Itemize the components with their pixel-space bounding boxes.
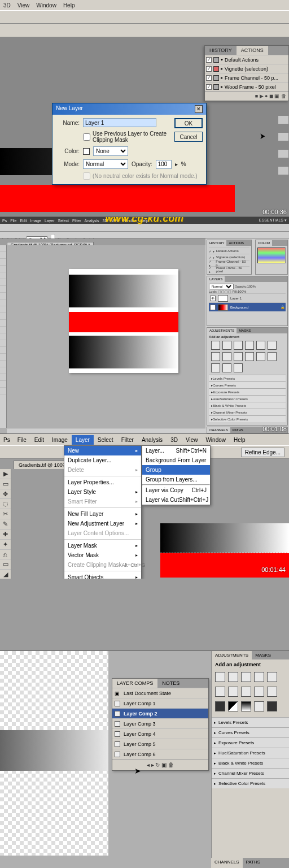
mode-select[interactable]: Normal	[83, 159, 128, 169]
mi[interactable]: Window	[202, 435, 230, 445]
mi[interactable]: Analysis	[138, 435, 167, 445]
menu-3d[interactable]: 3D	[0, 1, 14, 10]
clip-mask-checkbox[interactable]	[83, 133, 90, 141]
menu-item[interactable]: Duplicate Layer...	[64, 455, 141, 465]
menu-view[interactable]: View	[14, 1, 33, 10]
tab-notes[interactable]: NOTES	[157, 679, 184, 688]
mi[interactable]: Edit	[20, 219, 27, 223]
mi[interactable]: Help	[230, 435, 249, 445]
mi[interactable]: Image	[48, 435, 72, 445]
layer-name-input[interactable]	[83, 118, 156, 127]
adj-icons-row1[interactable]	[212, 670, 289, 684]
menu-item[interactable]: New▸	[64, 446, 141, 455]
mi-layer[interactable]: Layer	[72, 435, 94, 445]
close-icon[interactable]: ✕	[195, 105, 203, 113]
layer-comp-row[interactable]: Layer Comp 4	[112, 728, 208, 739]
act-item[interactable]: ✓ ▸ Wood Frame - 50 pixel	[209, 266, 249, 272]
act-item[interactable]: ✓ ▸ Default Actions	[209, 248, 249, 254]
preset-row[interactable]: ▸Channel Mixer Presets	[212, 768, 289, 778]
preset-row[interactable]: ▸Hue/Saturation Presets	[212, 748, 289, 758]
refine-edge-button[interactable]: Refine Edge...	[241, 448, 284, 457]
preset-row[interactable]: ▸Exposure Presets	[212, 737, 289, 748]
collapsed-panels[interactable]	[278, 113, 289, 175]
tab-channels[interactable]: CHANNELS	[207, 427, 230, 433]
layer-comp-row[interactable]: Layer Comp 3	[112, 718, 208, 728]
adj-icons-row2[interactable]	[212, 684, 289, 699]
layer-comp-row[interactable]: ▣Last Document State	[112, 688, 208, 698]
ok-button[interactable]: OK	[174, 118, 203, 128]
layer-comp-row[interactable]: Layer Comp 2	[112, 708, 208, 718]
menu-item[interactable]: Layer Style▸	[64, 487, 141, 497]
tab-channels[interactable]: CHANNELS	[211, 858, 243, 868]
mi[interactable]: Filter	[72, 219, 81, 223]
mi[interactable]: Layer	[45, 219, 55, 223]
preset-row[interactable]: ▸Black & White Presets	[212, 758, 289, 768]
preset-row[interactable]: ▸Curves Presets	[212, 727, 289, 737]
opacity-dropdown-icon[interactable]: ▸	[175, 161, 178, 167]
tab-masks[interactable]: MASKS	[237, 328, 253, 333]
layer-row[interactable]: 👁Layer 1	[209, 293, 286, 302]
tab-paths[interactable]: PATHS	[243, 858, 264, 868]
mi[interactable]: Image	[30, 219, 41, 223]
mi[interactable]: 3D	[167, 435, 182, 445]
submenu-item[interactable]: Layer...Shift+Ctrl+N	[142, 446, 210, 455]
submenu-item[interactable]: Background From Layer	[142, 455, 210, 465]
adj-icons-row3[interactable]	[212, 699, 289, 714]
act-item[interactable]: ✓ ▸ Frame Channel - 50 p...	[209, 260, 249, 266]
menu-window[interactable]: Window	[33, 1, 60, 10]
action-row[interactable]: ✓▸Vignette (selection)	[205, 64, 288, 73]
tab-masks[interactable]: MASKS	[252, 651, 274, 659]
mi[interactable]: Filter	[117, 435, 138, 445]
menu-item[interactable]: Vector Mask▸	[64, 550, 141, 560]
menu-item[interactable]: Layer Properties...	[64, 478, 141, 487]
preset-row[interactable]: ▸ Black & White Presets	[209, 402, 286, 409]
tab-history[interactable]: HISTORY	[205, 46, 237, 55]
preset-row[interactable]: ▸ Selective Color Presets	[209, 415, 286, 422]
tab-history[interactable]: HISTORY	[207, 240, 226, 246]
layer-row[interactable]: 👁Background 🔒	[209, 302, 286, 311]
menu-help[interactable]: Help	[60, 1, 78, 10]
mi[interactable]: Analysis	[85, 219, 99, 223]
menu-item[interactable]: New Adjustment Layer▸	[64, 519, 141, 528]
layer-comp-row[interactable]: Layer Comp 1	[112, 698, 208, 708]
tab-actions[interactable]: ACTIONS	[237, 46, 268, 55]
mi[interactable]: Edit	[30, 435, 48, 445]
act-item[interactable]: ✓ ▸ Vignette (selection)	[209, 254, 249, 260]
toolbox[interactable]	[0, 245, 7, 428]
tab-adjustments[interactable]: ADJUSTMENTS	[207, 328, 237, 333]
tab-layers[interactable]: LAYERS	[207, 276, 225, 282]
action-row[interactable]: ✓▸Frame Channel - 50 p...	[205, 73, 288, 82]
tab-paths[interactable]: PATHS	[230, 427, 246, 433]
preset-row[interactable]: ▸ Channel Mixer Presets	[209, 409, 286, 415]
mi[interactable]: View	[182, 435, 202, 445]
submenu-item[interactable]: Group from Layers...	[142, 475, 210, 484]
layer-comp-row[interactable]: Layer Comp 6	[112, 749, 208, 759]
preset-row[interactable]: ▸ Curves Presets	[209, 381, 286, 388]
workspace[interactable]: ESSENTIALS ▾	[259, 218, 287, 223]
action-row[interactable]: ✓▾Default Actions	[205, 55, 288, 64]
tab-layer-comps[interactable]: LAYER COMPS	[112, 679, 157, 688]
submenu-item[interactable]: Group	[142, 465, 210, 475]
cancel-button[interactable]: Cancel	[174, 132, 203, 142]
lc-bottom-bar[interactable]: ◂ ▸ ↻ ▣ 🗑	[112, 759, 208, 770]
submenu-item[interactable]: Layer via CopyCtrl+J	[142, 485, 210, 495]
preset-row[interactable]: ▸Levels Presets	[212, 717, 289, 727]
mi[interactable]: Select	[94, 435, 117, 445]
preset-row[interactable]: ▸ Levels Presets	[209, 375, 286, 381]
tab-actions[interactable]: ACTIONS	[226, 240, 246, 246]
action-row[interactable]: ✓▸Wood Frame - 50 pixel	[205, 82, 288, 91]
tab-color[interactable]: COLOR	[256, 240, 272, 246]
preset-row[interactable]: ▸ Exposure Presets	[209, 388, 286, 395]
adjustment-icons[interactable]	[209, 338, 286, 375]
color-swatches[interactable]	[257, 248, 286, 263]
layer-comp-row[interactable]: Layer Comp 5	[112, 739, 208, 749]
opacity-input[interactable]	[156, 160, 172, 169]
blend-select[interactable]: Normal	[209, 284, 234, 289]
submenu-item[interactable]: Layer via CutShift+Ctrl+J	[142, 495, 210, 505]
preset-row[interactable]: ▸Selective Color Presets	[212, 778, 289, 788]
preset-row[interactable]: ▸ Hue/Saturation Presets	[209, 395, 286, 402]
menu-item[interactable]: New Fill Layer▸	[64, 509, 141, 519]
mi[interactable]: File	[10, 219, 16, 223]
color-select[interactable]: None	[93, 146, 128, 156]
mi[interactable]: Select	[58, 219, 69, 223]
